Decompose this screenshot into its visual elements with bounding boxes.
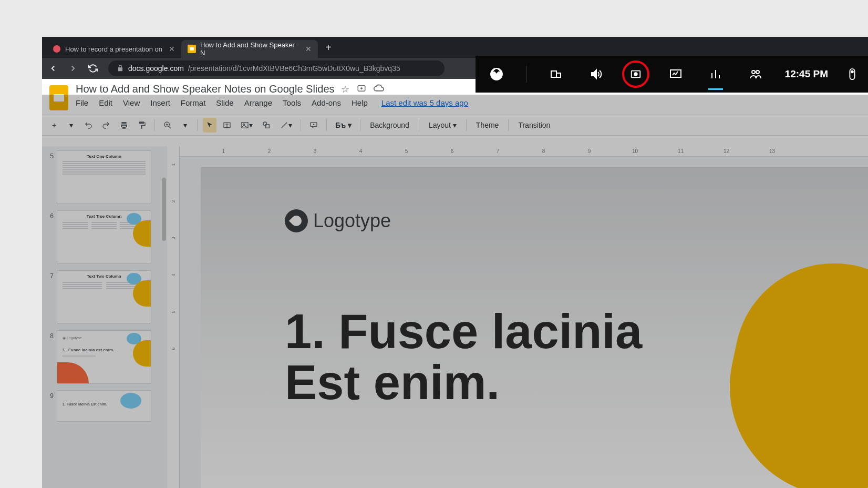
comment-button[interactable]: [306, 118, 321, 133]
svg-point-18: [263, 122, 267, 126]
input-tools-button[interactable]: Бъ ▾: [332, 118, 355, 133]
thumbnail-row[interactable]: 5 Text One Column: [42, 148, 167, 208]
menu-bar: File Edit View Insert Format Slide Arran…: [76, 98, 468, 107]
menu-addons[interactable]: Add-ons: [312, 98, 341, 107]
thumbnail[interactable]: Text One Column: [57, 150, 151, 204]
dropdown-icon[interactable]: ▾: [178, 118, 192, 133]
menu-insert[interactable]: Insert: [150, 98, 170, 107]
separator: [301, 119, 301, 131]
performance-icon[interactable]: [665, 64, 686, 85]
active-underline: [708, 88, 723, 90]
slide-canvas[interactable]: Logotype 1. Fusce lacinia Est enim.: [201, 167, 868, 488]
logo-text: Logotype: [313, 210, 391, 232]
svg-point-12: [851, 71, 853, 73]
separator: [154, 119, 155, 131]
thumbnail[interactable]: Text Two Column: [57, 270, 151, 324]
thumb-number: 7: [46, 270, 54, 280]
separator: [466, 119, 467, 131]
svg-rect-2: [190, 47, 194, 50]
lock-icon: [117, 65, 124, 72]
new-tab-button[interactable]: +: [318, 42, 339, 54]
resources-icon[interactable]: [705, 64, 726, 85]
thumb-number: 5: [46, 150, 54, 160]
separator: [419, 119, 419, 131]
favicon-loom-icon: [53, 45, 61, 53]
thumbnail[interactable]: 1. Fusce lacinia Est enim.: [57, 390, 151, 422]
forward-button[interactable]: [68, 64, 81, 73]
svg-point-10: [756, 70, 759, 74]
content-area: 5 Text One Column 6 Text Tree Column: [42, 146, 868, 488]
separator: [360, 119, 360, 131]
reload-button[interactable]: [88, 64, 101, 73]
thumbnail[interactable]: Text Tree Column: [57, 210, 151, 264]
move-icon[interactable]: [357, 84, 366, 95]
close-icon[interactable]: ✕: [305, 45, 312, 53]
slides-logo-icon[interactable]: [49, 85, 68, 110]
horizontal-ruler: 12345678910111213: [180, 146, 868, 157]
browser-window: How to record a presentation on ✕ How to…: [42, 37, 868, 488]
browser-tab-0[interactable]: How to record a presentation on ✕: [46, 40, 181, 58]
svg-point-0: [53, 45, 60, 53]
thumbnail-row[interactable]: 6 Text Tree Column: [42, 208, 167, 268]
image-tool[interactable]: ▾: [237, 118, 256, 133]
menu-view[interactable]: View: [123, 98, 140, 107]
line-tool[interactable]: ▾: [277, 118, 295, 133]
document-title[interactable]: How to Add and Show Speaker Notes on Goo…: [76, 83, 335, 95]
undo-button[interactable]: [81, 118, 96, 133]
url-path: /presentation/d/1cvrMdXtBVBe6Ch3mG5wDutt…: [188, 64, 400, 73]
logo-mark-icon: [285, 209, 308, 232]
svg-rect-5: [556, 73, 561, 77]
menu-file[interactable]: File: [76, 98, 88, 107]
menu-tools[interactable]: Tools: [283, 98, 301, 107]
redo-button[interactable]: [99, 118, 113, 133]
menu-slide[interactable]: Slide: [216, 98, 233, 107]
favicon-slides-icon: [188, 45, 196, 53]
browser-tab-1[interactable]: How to Add and Show Speaker N ✕: [181, 40, 318, 58]
canvas-area: 12345678910111213 Logotype 1. Fusce laci…: [180, 146, 868, 488]
svg-point-9: [752, 70, 755, 74]
widgets-icon[interactable]: [545, 64, 566, 85]
back-button[interactable]: [48, 64, 61, 73]
vertical-ruler: 123456: [167, 146, 180, 488]
url-input[interactable]: docs.google.com/presentation/d/1cvrMdXtB…: [108, 60, 445, 76]
capture-icon[interactable]: [625, 64, 646, 85]
select-tool[interactable]: [203, 118, 216, 133]
cloud-icon[interactable]: [374, 84, 384, 95]
textbox-tool[interactable]: [220, 118, 234, 133]
star-icon[interactable]: ☆: [341, 84, 349, 95]
close-icon[interactable]: ✕: [169, 45, 175, 53]
social-icon[interactable]: [745, 64, 766, 85]
thumbnail-row[interactable]: 9 1. Fusce lacinia Est enim.: [42, 388, 167, 426]
paint-format-button[interactable]: [135, 118, 149, 133]
new-slide-button[interactable]: +: [47, 118, 61, 133]
xbox-icon[interactable]: [486, 64, 507, 85]
menu-format[interactable]: Format: [181, 98, 206, 107]
thumbnail-row[interactable]: 8 ◉ Logotype 1 . Fusce lacinia est enim.: [42, 328, 167, 388]
separator: [326, 119, 327, 131]
dropdown-icon[interactable]: ▾: [64, 118, 78, 133]
zoom-button[interactable]: [160, 118, 175, 133]
svg-rect-8: [670, 70, 681, 77]
print-button[interactable]: [117, 118, 131, 133]
separator: [197, 119, 198, 131]
last-edit-link[interactable]: Last edit was 5 days ago: [381, 98, 468, 107]
theme-button[interactable]: Theme: [472, 119, 503, 131]
svg-rect-4: [551, 71, 556, 77]
transition-button[interactable]: Transition: [514, 119, 554, 131]
menu-help[interactable]: Help: [352, 98, 368, 107]
background-button[interactable]: Background: [366, 119, 414, 131]
layout-button[interactable]: Layout ▾: [425, 119, 461, 131]
thumbnail[interactable]: ◉ Logotype 1 . Fusce lacinia est enim.: [57, 330, 151, 384]
menu-arrange[interactable]: Arrange: [244, 98, 272, 107]
menu-edit[interactable]: Edit: [99, 98, 112, 107]
highlight-circle: [622, 60, 649, 88]
thumbnail-row[interactable]: 7 Text Two Column: [42, 268, 167, 328]
pin-icon[interactable]: [847, 64, 857, 85]
scrollbar[interactable]: [162, 178, 166, 241]
decorative-blob: [709, 245, 868, 488]
slide-logo: Logotype: [285, 209, 868, 232]
audio-icon[interactable]: [585, 64, 606, 85]
thumbnail-rail[interactable]: 5 Text One Column 6 Text Tree Column: [42, 146, 167, 488]
separator: [508, 119, 509, 131]
shape-tool[interactable]: [259, 118, 274, 133]
